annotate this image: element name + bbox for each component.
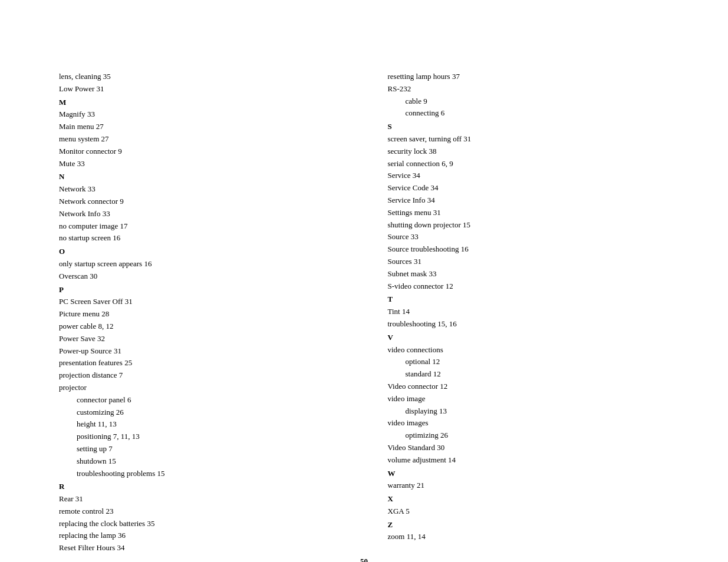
index-entry: N — [59, 171, 341, 183]
index-entry: Video Standard 30 — [388, 442, 670, 454]
index-entry: presentation features 25 — [59, 357, 341, 369]
index-entry: troubleshooting 15, 16 — [388, 318, 670, 330]
index-entry: no computer image 17 — [59, 220, 341, 233]
index-entry: W — [388, 468, 670, 480]
index-entry: connecting 6 — [388, 107, 670, 120]
index-entry: troubleshooting problems 15 — [59, 468, 341, 480]
index-entry: lens, cleaning 35 — [59, 71, 341, 83]
index-entry: Source 33 — [388, 231, 670, 243]
index-entry: only startup screen appears 16 — [59, 258, 341, 270]
index-entry: video image — [388, 393, 670, 405]
index-entry: power cable 8, 12 — [59, 320, 341, 333]
index-entry: Low Power 31 — [59, 83, 341, 95]
index-entry: replacing the clock batteries 35 — [59, 518, 341, 530]
index-entry: Service 34 — [388, 170, 670, 182]
index-entry: volume adjustment 14 — [388, 454, 670, 467]
index-entry: setting up 7 — [59, 443, 341, 455]
index-entry: cable 9 — [388, 95, 670, 108]
index-entry: Network Info 33 — [59, 208, 341, 220]
index-entry: Tint 14 — [388, 306, 670, 318]
index-entry: replacing the lamp 36 — [59, 530, 341, 542]
index-entry: projection distance 7 — [59, 369, 341, 382]
index-entry: R — [59, 481, 341, 493]
index-entry: Service Code 34 — [388, 182, 670, 194]
index-entry: T — [388, 293, 670, 306]
index-entry: XGA 5 — [388, 505, 670, 518]
index-entry: Sources 31 — [388, 256, 670, 268]
index-entry: X — [388, 493, 670, 505]
index-entry: Subnet mask 33 — [388, 268, 670, 280]
index-entry: video images — [388, 417, 670, 429]
index-entry: zoom 11, 14 — [388, 531, 670, 543]
index-entry: video connections — [388, 344, 670, 356]
index-entry: height 11, 13 — [59, 418, 341, 431]
index-entry: Power-up Source 31 — [59, 345, 341, 358]
index-entry: S-video connector 12 — [388, 280, 670, 293]
index-entry: Settings menu 31 — [388, 207, 670, 219]
index-entry: Service Info 34 — [388, 194, 670, 207]
index-entry: menu system 27 — [59, 133, 341, 146]
left-column: lens, cleaning 35Low Power 31MMagnify 33… — [59, 71, 364, 554]
index-entry: Monitor connector 9 — [59, 146, 341, 158]
index-entry: RS-232 — [388, 83, 670, 95]
index-entry: M — [59, 97, 341, 109]
index-entry: optional 12 — [388, 356, 670, 368]
index-entry: Rear 31 — [59, 493, 341, 505]
index-entry: positioning 7, 11, 13 — [59, 431, 341, 443]
index-entry: shutdown 15 — [59, 455, 341, 468]
index-entry: remote control 23 — [59, 505, 341, 518]
index-entry: projector — [59, 382, 341, 394]
index-entry: Mute 33 — [59, 158, 341, 170]
page-number: 50 — [360, 557, 368, 562]
index-entry: Overscan 30 — [59, 270, 341, 283]
index-entry: Network 33 — [59, 183, 341, 196]
index-entry: customizing 26 — [59, 406, 341, 419]
index-entry: Video connector 12 — [388, 381, 670, 393]
index-entry: O — [59, 246, 341, 258]
index-entry: Magnify 33 — [59, 108, 341, 121]
index-columns: lens, cleaning 35Low Power 31MMagnify 33… — [59, 71, 669, 554]
index-entry: PC Screen Saver Off 31 — [59, 296, 341, 308]
index-entry: Power Save 32 — [59, 333, 341, 345]
index-entry: connector panel 6 — [59, 394, 341, 406]
index-entry: Reset Filter Hours 34 — [59, 542, 341, 554]
index-entry: S — [388, 121, 670, 133]
index-entry: no startup screen 16 — [59, 232, 341, 244]
index-entry: serial connection 6, 9 — [388, 158, 670, 170]
index-entry: optimizing 26 — [388, 429, 670, 442]
page-container: lens, cleaning 35Low Power 31MMagnify 33… — [0, 0, 728, 562]
index-entry: shutting down projector 15 — [388, 219, 670, 232]
right-column: resetting lamp hours 37RS-232cable 9conn… — [364, 71, 670, 554]
index-entry: Z — [388, 519, 670, 531]
index-entry: Network connector 9 — [59, 196, 341, 208]
index-entry: displaying 13 — [388, 405, 670, 418]
index-entry: P — [59, 284, 341, 296]
index-entry: resetting lamp hours 37 — [388, 71, 670, 83]
index-entry: security lock 38 — [388, 146, 670, 158]
index-entry: screen saver, turning off 31 — [388, 133, 670, 146]
index-entry: Picture menu 28 — [59, 308, 341, 320]
index-entry: V — [388, 332, 670, 344]
index-entry: Main menu 27 — [59, 121, 341, 133]
index-entry: standard 12 — [388, 368, 670, 381]
index-entry: warranty 21 — [388, 480, 670, 492]
index-entry: Source troubleshooting 16 — [388, 243, 670, 256]
